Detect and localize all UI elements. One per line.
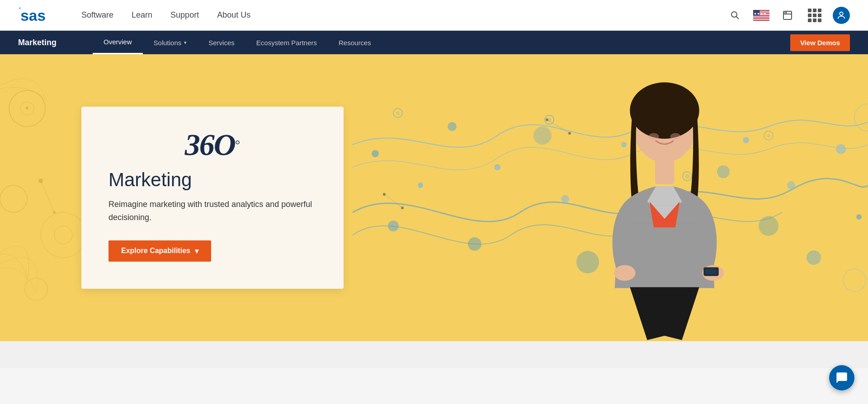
explore-capabilities-button[interactable]: Explore Capabilities ▾ — [108, 240, 211, 262]
svg-point-28 — [372, 150, 379, 157]
top-navigation: sas Software Learn Support About Us — [0, 0, 868, 31]
nav-about[interactable]: About Us — [217, 10, 250, 20]
svg-point-1 — [731, 12, 737, 17]
svg-point-15 — [785, 12, 785, 13]
logo-area[interactable]: sas — [18, 5, 54, 25]
secondary-nav-links: Overview Solutions ▾ Services Ecosystem … — [93, 31, 790, 54]
svg-rect-70 — [655, 158, 674, 184]
apps-button[interactable] — [806, 6, 824, 24]
us-flag-icon[interactable]: ★★★★ — [753, 10, 769, 21]
apps-grid-icon — [808, 9, 821, 22]
svg-point-69 — [670, 133, 680, 140]
svg-point-16 — [840, 12, 843, 15]
svg-text:①: ① — [396, 111, 400, 116]
sec-nav-services[interactable]: Services — [198, 31, 245, 54]
nav-icons-group: ★★★★ — [726, 6, 850, 24]
svg-point-31 — [448, 122, 457, 131]
svg-point-68 — [649, 133, 659, 140]
svg-rect-8 — [753, 17, 769, 18]
svg-rect-74 — [705, 269, 717, 274]
svg-point-66 — [654, 128, 658, 132]
svg-point-20 — [26, 107, 28, 109]
nav-learn[interactable]: Learn — [132, 10, 152, 20]
svg-point-71 — [614, 265, 636, 281]
search-button[interactable] — [726, 6, 744, 24]
sec-nav-solutions[interactable]: Solutions ▾ — [143, 31, 198, 54]
sec-nav-resources[interactable]: Resources — [328, 31, 382, 54]
svg-line-2 — [736, 16, 739, 19]
flag-svg: ★★★★ — [753, 10, 769, 21]
contact-icon — [782, 10, 793, 21]
hero-person-image — [461, 54, 868, 341]
user-account-button[interactable] — [833, 7, 850, 24]
hero-content-card: 36O° Marketing Reimagine marketing with … — [81, 107, 344, 289]
person-silhouette — [561, 79, 769, 341]
sas-logo-icon: sas — [18, 5, 54, 25]
svg-rect-9 — [753, 19, 769, 20]
nav-software[interactable]: Software — [81, 10, 113, 20]
hero-360-badge: 36O° — [108, 129, 316, 160]
hero-title: Marketing — [108, 169, 316, 191]
section-title: Marketing — [18, 38, 57, 47]
svg-point-30 — [418, 183, 423, 188]
svg-point-67 — [671, 128, 675, 132]
view-demos-button[interactable]: View Demos — [790, 34, 850, 51]
search-icon — [730, 10, 741, 21]
svg-text:★★★★: ★★★★ — [754, 12, 766, 16]
sec-nav-overview[interactable]: Overview — [93, 31, 143, 54]
nav-support[interactable]: Support — [170, 10, 199, 20]
main-nav: Software Learn Support About Us — [81, 10, 726, 20]
contact-button[interactable] — [778, 6, 797, 24]
solutions-dropdown-arrow: ▾ — [184, 40, 187, 46]
sec-nav-ecosystem[interactable]: Ecosystem Partners — [245, 31, 328, 54]
bottom-area — [0, 341, 868, 368]
hero-section: ① ① ⓪ ① 36O° Marketing Reimagine marketi… — [0, 54, 868, 341]
svg-text:sas: sas — [20, 7, 46, 24]
user-icon — [836, 10, 846, 20]
hero-subtitle: Reimagine marketing with trusted analyti… — [108, 198, 316, 224]
svg-rect-7 — [753, 15, 769, 16]
svg-point-29 — [388, 221, 399, 231]
explore-dropdown-arrow: ▾ — [195, 247, 198, 255]
svg-point-65 — [630, 82, 699, 139]
secondary-navigation: Marketing Overview Solutions ▾ Services … — [0, 31, 868, 54]
